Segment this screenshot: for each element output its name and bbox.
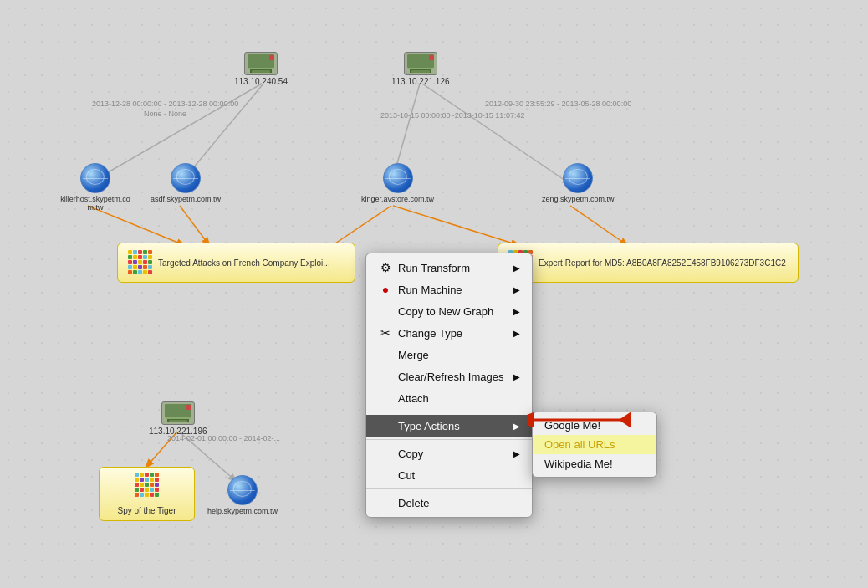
attach-icon: [378, 391, 393, 406]
type-actions-icon: [378, 418, 393, 433]
menu-item-merge[interactable]: Merge: [366, 344, 532, 366]
context-menu: ⚙ Run Transform ▶ ● Run Machine ▶ Copy t…: [365, 253, 533, 518]
report-node[interactable]: Targeted Attacks on French Company Explo…: [117, 243, 355, 283]
menu-item-label: Clear/Refresh Images: [398, 371, 503, 383]
submenu-item-open-all-urls[interactable]: Open all URLs: [533, 435, 656, 454]
submenu-arrow: ▶: [513, 285, 520, 294]
menu-item-run-machine[interactable]: ● Run Machine ▶: [366, 279, 532, 300]
submenu-item-wikipedia-me[interactable]: Wikipedia Me!: [533, 454, 656, 473]
menu-item-copy-to-new-graph[interactable]: Copy to New Graph ▶: [366, 300, 532, 322]
globe-node[interactable]: kinger.avstore.com.tw: [361, 163, 434, 203]
submenu-arrow: ▶: [513, 329, 520, 338]
submenu-arrow: ▶: [513, 307, 520, 316]
menu-item-clear-refresh[interactable]: Clear/Refresh Images ▶: [366, 366, 532, 387]
timestamp: 2013-10-15 00:00:00~2013-10-15 11:07:42: [380, 110, 524, 120]
globe-label: asdf.skypetm.com.tw: [151, 195, 221, 203]
submenu-item-google-me[interactable]: Google Me!: [533, 416, 656, 435]
menu-item-label: Merge: [398, 349, 429, 361]
menu-item-label: Attach: [398, 392, 429, 405]
globe-node[interactable]: zeng.skypetm.com.tw: [542, 163, 615, 203]
menu-separator: [366, 439, 532, 440]
menu-item-change-type[interactable]: ✂ Change Type ▶: [366, 322, 532, 344]
svg-line-4: [88, 206, 184, 245]
timestamp: 2013-12-28 00:00:00 - 2013-12-28 00:00:0…: [92, 99, 238, 119]
submenu-label: Wikipedia Me!: [544, 458, 613, 470]
menu-item-label: Copy: [398, 447, 423, 460]
menu-item-label: Run Machine: [398, 284, 462, 296]
globe-node[interactable]: help.skypetm.com.tw: [207, 475, 278, 515]
menu-item-delete[interactable]: Delete: [366, 492, 532, 514]
report-node[interactable]: Spy of the Tiger: [99, 467, 195, 521]
globe-node[interactable]: asdf.skypetm.com.tw: [151, 163, 221, 203]
menu-item-attach[interactable]: Attach: [366, 387, 532, 409]
submenu-label: Google Me!: [544, 419, 600, 432]
menu-item-label: Change Type: [398, 327, 462, 340]
globe-node[interactable]: killerhost.skypetm.com.tw: [58, 163, 133, 212]
cut-icon: [378, 468, 393, 483]
svg-line-8: [570, 206, 627, 245]
globe-label: killerhost.skypetm.com.tw: [58, 195, 133, 212]
submenu-arrow: ▶: [513, 263, 520, 273]
menu-separator: [366, 412, 532, 412]
submenu-arrow: ▶: [513, 422, 520, 431]
menu-item-type-actions[interactable]: Type Actions ▶ Google Me! Open all URLs …: [366, 415, 532, 437]
net-card-label: 113.10.240.54: [234, 77, 288, 86]
run-machine-icon: ●: [378, 282, 393, 297]
clear-refresh-icon: [378, 369, 393, 384]
menu-item-run-transform[interactable]: ⚙ Run Transform ▶: [366, 257, 532, 279]
menu-separator: [366, 488, 532, 489]
mosaic-icon: [135, 473, 160, 498]
globe-label: kinger.avstore.com.tw: [361, 195, 434, 203]
delete-icon: [378, 495, 393, 510]
globe-label: zeng.skypetm.com.tw: [542, 195, 615, 203]
merge-icon: [378, 347, 393, 362]
report-node[interactable]: Expert Report for MD5: A8B0A8FA8252E458F…: [498, 243, 799, 283]
submenu-arrow: ▶: [513, 449, 520, 458]
globe-label: help.skypetm.com.tw: [207, 507, 278, 515]
network-card-node[interactable]: 113.10.221.126: [391, 52, 450, 86]
net-card-label: 113.10.221.126: [391, 77, 450, 86]
copy-icon: [378, 446, 393, 461]
submenu-label: Open all URLs: [544, 438, 615, 451]
network-card-node[interactable]: 113.10.221.196: [149, 401, 207, 436]
report-label: Expert Report for MD5: A8B0A8FA8252E458F…: [539, 258, 786, 268]
report-label: Spy of the Tiger: [117, 506, 176, 515]
svg-line-5: [180, 206, 209, 245]
change-type-icon: ✂: [378, 325, 393, 340]
menu-item-cut[interactable]: Cut: [366, 464, 532, 486]
menu-item-label: Copy to New Graph: [398, 305, 493, 318]
timestamp: 2012-09-30 23:55:29 - 2013-05-28 00:00:0…: [485, 99, 631, 109]
menu-item-label: Delete: [398, 497, 430, 509]
network-card-node[interactable]: 113.10.240.54: [234, 52, 288, 86]
menu-item-copy[interactable]: Copy ▶: [366, 442, 532, 464]
menu-item-label: Cut: [398, 469, 415, 482]
mosaic-icon: [128, 250, 153, 275]
timestamp: 2014-02-01 00:00:00 - 2014-02-...: [167, 433, 280, 443]
submenu-arrow: ▶: [513, 372, 520, 381]
run-transform-icon: ⚙: [378, 260, 393, 275]
copy-new-graph-icon: [378, 304, 393, 319]
menu-item-label: Type Actions: [398, 420, 460, 432]
svg-line-7: [393, 206, 518, 245]
report-label: Targeted Attacks on French Company Explo…: [158, 258, 330, 268]
type-actions-submenu: Google Me! Open all URLs Wikipedia Me!: [532, 412, 657, 478]
menu-item-label: Run Transform: [398, 262, 470, 274]
